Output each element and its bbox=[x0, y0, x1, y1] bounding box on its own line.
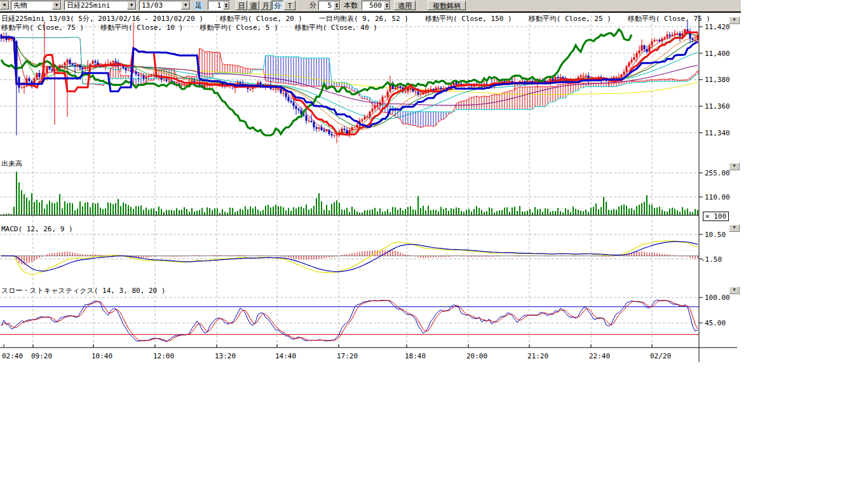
legend-item: 移動平均( Close, 150 ) bbox=[425, 15, 512, 23]
symbol-combo[interactable]: 日経225mini ▼ bbox=[64, 1, 137, 10]
stochastics-pane-label: スロー・ストキャスティクス( 14, 3, 80, 20 ) bbox=[1, 287, 165, 295]
bar-interval-value: 1 bbox=[217, 1, 221, 10]
price-axis-label: 11,380 bbox=[705, 76, 730, 84]
legend-item: 移動平均( Close, 75 ) bbox=[1, 24, 84, 32]
legend-item: 移動平均( Close, 5 ) bbox=[200, 24, 278, 32]
volume-pane-label: 出来高 bbox=[1, 159, 22, 168]
stoch-k-line bbox=[1, 300, 698, 342]
macd-pane-scale-dropdown[interactable] bbox=[729, 224, 740, 232]
spinner-arrows-icon[interactable] bbox=[223, 1, 229, 10]
legend-item: 移動平均( Close, 75 ) bbox=[628, 15, 710, 23]
time-axis-label: 21:20 bbox=[527, 352, 548, 360]
period-button-T[interactable]: T bbox=[284, 1, 295, 10]
price-pane-scale-dropdown[interactable] bbox=[729, 17, 740, 24]
bar-interval-stepper[interactable]: 1 bbox=[208, 1, 230, 10]
time-axis-label: 17:20 bbox=[337, 352, 358, 360]
dropdown-arrow-icon[interactable]: ▼ bbox=[52, 1, 61, 10]
price-axis-label: 11,420 bbox=[705, 23, 730, 31]
macd-pane bbox=[0, 241, 699, 275]
minute-label: 分 bbox=[309, 1, 316, 10]
macd-axis-label: 10.50 bbox=[705, 231, 726, 239]
period-button-分[interactable]: 分 bbox=[272, 1, 283, 10]
price-axis-label: 11,360 bbox=[705, 102, 730, 111]
ichimoku-lines bbox=[1, 29, 698, 135]
period-button-週[interactable]: 週 bbox=[248, 1, 259, 10]
bar-count-label: 本数 bbox=[344, 1, 358, 10]
price-axis-label: 11,340 bbox=[705, 129, 730, 137]
legend-item: 移動平均( Close, 40 ) bbox=[295, 24, 377, 32]
time-axis-label: 12:00 bbox=[153, 352, 174, 360]
time-axis-label: 22:40 bbox=[589, 352, 610, 360]
chart-legend-line2: 移動平均( Close, 75 )移動平均( Close, 10 )移動平均( … bbox=[1, 24, 394, 32]
minute-stepper[interactable]: 5 bbox=[318, 1, 341, 10]
app-window: ▼ 先物 ▼ 日経225mini ▼ 13/03 ▼ 足 1 日週月分T 分 5… bbox=[0, 0, 868, 488]
legend-item: 一目均衡表( 9, 26, 52 ) bbox=[319, 15, 409, 23]
time-axis-label: 09:20 bbox=[31, 352, 52, 360]
bar-type-label: 足 bbox=[194, 1, 203, 10]
sma-75-line bbox=[1, 37, 698, 105]
period-button-日[interactable]: 日 bbox=[236, 1, 247, 10]
multi-symbol-button[interactable]: 複数銘柄 bbox=[428, 1, 466, 10]
minute-value: 5 bbox=[327, 1, 332, 10]
legend-item: 移動平均( Close, 25 ) bbox=[529, 15, 611, 23]
clipped-combo[interactable]: ▼ bbox=[0, 1, 10, 10]
stochastics-axis-label: 100.00 bbox=[705, 294, 730, 302]
time-axis-label: 20:00 bbox=[466, 352, 487, 360]
spinner-arrows-icon[interactable] bbox=[384, 1, 390, 10]
volume-axis-label: 255.00 bbox=[705, 169, 730, 177]
bar-count-value: 500 bbox=[369, 1, 382, 10]
volume-axis-label: 110.00 bbox=[705, 193, 730, 201]
axis-labels: 11,42011,40011,38011,36011,340255.00110.… bbox=[2, 23, 730, 360]
legend-item: 日経225mini 13/03( 5分, 2013/02/16 - 2013/0… bbox=[1, 15, 203, 23]
chart-canvas[interactable]: 11,42011,40011,38011,36011,340255.00110.… bbox=[0, 0, 868, 488]
volume-multiplier-box: × 100 bbox=[703, 212, 729, 221]
macd-line bbox=[1, 241, 698, 275]
stochastics-axis-label: 45.00 bbox=[705, 319, 726, 327]
time-axis-label: 13:20 bbox=[215, 352, 236, 360]
chart-legend-line1: 日経225mini 13/03( 5分, 2013/02/16 - 2013/0… bbox=[1, 15, 727, 23]
time-axis-label: 02/20 bbox=[650, 352, 671, 360]
macd-signal-line bbox=[1, 241, 698, 271]
legend-item: 移動平均( Close, 20 ) bbox=[220, 15, 302, 23]
stochastics-pane bbox=[0, 300, 699, 342]
symbol-combo-value: 日経225mini bbox=[67, 1, 110, 10]
time-axis-label: 02:40 bbox=[2, 352, 23, 360]
dropdown-arrow-icon[interactable]: ▼ bbox=[127, 1, 136, 10]
dropdown-arrow-icon[interactable]: ▼ bbox=[181, 1, 190, 10]
period-button-月[interactable]: 月 bbox=[260, 1, 271, 10]
bar-count-stepper[interactable]: 500 bbox=[362, 1, 391, 10]
spinner-arrows-icon[interactable] bbox=[334, 1, 340, 10]
time-axis-label: 10:40 bbox=[92, 352, 112, 360]
contract-month-combo[interactable]: 13/03 ▼ bbox=[139, 1, 191, 10]
macd-axis-label: -1.50 bbox=[701, 255, 722, 264]
macd-pane-label: MACD( 12, 26, 9 ) bbox=[1, 225, 73, 233]
legend-item: 移動平均( Close, 10 ) bbox=[100, 24, 183, 32]
contract-combo-value: 13/03 bbox=[142, 1, 163, 10]
category-combo-value: 先物 bbox=[13, 1, 27, 10]
category-combo[interactable]: 先物 ▼ bbox=[11, 1, 62, 10]
apply-button[interactable]: 適用 bbox=[394, 1, 416, 10]
stochastics-pane-scale-dropdown[interactable] bbox=[729, 287, 740, 294]
volume-pane-scale-dropdown[interactable] bbox=[729, 163, 740, 170]
toolbar: ▼ 先物 ▼ 日経225mini ▼ 13/03 ▼ 足 1 日週月分T 分 5… bbox=[0, 0, 741, 13]
time-axis-label: 18:40 bbox=[405, 352, 426, 360]
volume-bars bbox=[1, 172, 698, 215]
dropdown-arrow-icon[interactable]: ▼ bbox=[0, 1, 9, 10]
time-axis-label: 14:40 bbox=[275, 352, 296, 360]
price-axis-label: 11,400 bbox=[705, 50, 730, 58]
